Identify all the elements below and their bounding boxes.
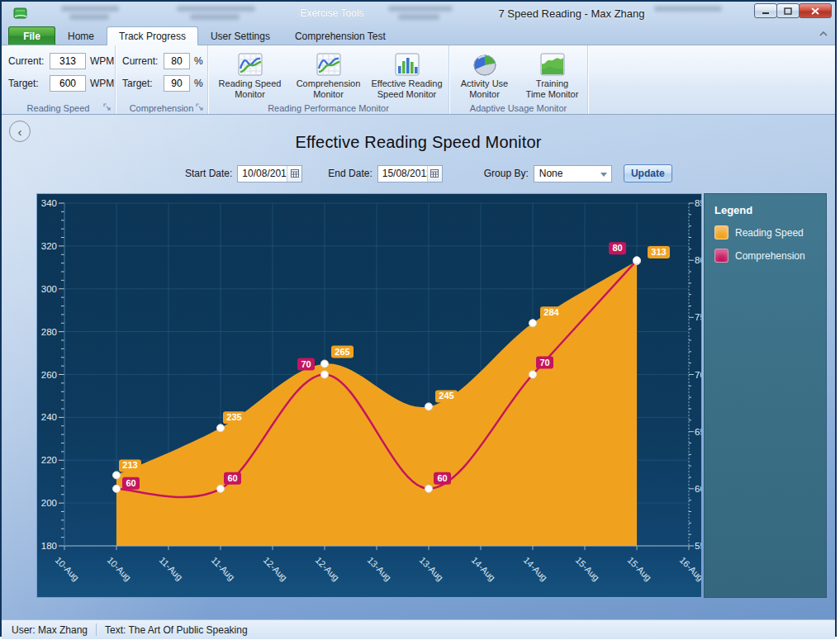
contextual-tab-group-label: Exercise Tools [282, 7, 382, 19]
comprehension-monitor-button[interactable]: Comprehension Monitor [289, 45, 368, 102]
training-time-monitor-button[interactable]: Training Time Monitor [519, 45, 586, 102]
collapse-ribbon-icon[interactable] [817, 28, 830, 40]
legend-title: Legend [714, 204, 826, 216]
status-bar: User: Max Zhang Text: The Art Of Public … [2, 619, 835, 639]
svg-text:320: 320 [41, 241, 57, 251]
update-button[interactable]: Update [624, 164, 672, 183]
svg-text:13-Aug: 13-Aug [366, 555, 394, 583]
pct-unit-label: % [194, 55, 203, 67]
dialog-launcher-icon[interactable] [103, 103, 112, 113]
ribbon-group-comprehension: Current: % Target: % Comprehension [116, 45, 208, 114]
svg-text:10-Aug: 10-Aug [54, 555, 82, 583]
svg-text:260: 260 [41, 370, 57, 380]
target-wpm-label: Target: [8, 78, 50, 89]
start-date-input[interactable] [238, 166, 287, 182]
chevron-down-icon [600, 173, 607, 177]
current-pct-input[interactable] [164, 53, 190, 69]
app-book-icon [12, 6, 29, 24]
current-wpm-input[interactable] [50, 53, 86, 69]
comprehension-swatch-icon [714, 249, 728, 263]
svg-text:284: 284 [543, 307, 559, 317]
title-bar: Exercise Tools 7 Speed Reading - Max Zha… [2, 2, 835, 25]
legend-item-reading-speed: Reading Speed [714, 225, 826, 239]
ghost-text [190, 14, 240, 20]
dialog-launcher-icon[interactable] [196, 103, 204, 113]
svg-text:180: 180 [41, 541, 57, 551]
svg-text:14-Aug: 14-Aug [470, 555, 498, 583]
status-user: User: Max Zhang [2, 624, 88, 636]
reading-speed-monitor-button[interactable]: Reading Speed Monitor [211, 45, 289, 102]
legend-item-comprehension: Comprehension [714, 249, 826, 263]
minimize-button[interactable] [754, 3, 777, 18]
effective-reading-speed-monitor-button[interactable]: Effective Reading Speed Monitor [368, 45, 446, 102]
maximize-button[interactable] [776, 3, 800, 18]
start-date-field [237, 165, 302, 183]
end-date-label: End Date: [328, 168, 372, 179]
svg-text:280: 280 [41, 327, 57, 337]
group-by-value: None [539, 168, 563, 179]
svg-text:313: 313 [651, 247, 666, 257]
svg-text:14-Aug: 14-Aug [522, 555, 550, 583]
end-date-input[interactable] [378, 166, 427, 182]
svg-text:60: 60 [227, 473, 237, 483]
svg-text:15-Aug: 15-Aug [626, 555, 654, 583]
app-window: Exercise Tools 7 Speed Reading - Max Zha… [0, 0, 837, 637]
group-title-reading-speed: Reading Speed [27, 103, 90, 113]
ghost-text [61, 6, 119, 12]
svg-text:60: 60 [126, 478, 135, 488]
reading-speed-swatch-icon [714, 225, 728, 239]
svg-text:15-Aug: 15-Aug [574, 555, 602, 583]
line-chart-icon [316, 50, 342, 78]
ghost-text [388, 6, 453, 12]
chart-plot-area[interactable]: 10-Aug10-Aug11-Aug11-Aug12-Aug12-Aug13-A… [36, 193, 702, 598]
group-title-comprehension: Comprehension [130, 103, 194, 113]
target-pct-input[interactable] [164, 75, 190, 92]
area-chart-icon [539, 50, 566, 78]
group-by-label: Group By: [484, 168, 529, 179]
svg-text:340: 340 [41, 198, 57, 208]
ribbon: Current: WPM Target: WPM Reading Speed [2, 45, 835, 115]
activity-use-monitor-button[interactable]: Activity Use Monitor [451, 45, 519, 102]
tab-file[interactable]: File [8, 26, 55, 45]
page-title: Effective Reading Speed Monitor [2, 115, 835, 152]
calendar-icon[interactable] [287, 166, 301, 182]
close-button[interactable] [799, 3, 832, 18]
svg-text:240: 240 [41, 412, 57, 422]
wpm-unit-label: WPM [90, 55, 114, 67]
calendar-icon[interactable] [427, 166, 442, 182]
svg-text:265: 265 [335, 347, 349, 357]
svg-text:70: 70 [301, 359, 311, 369]
svg-text:75: 75 [695, 312, 701, 322]
svg-text:70: 70 [695, 370, 701, 380]
ribbon-group-adaptive-usage: Activity Use Monitor Training Time Monit… [449, 45, 588, 114]
current-wpm-label: Current: [8, 55, 50, 67]
svg-text:300: 300 [41, 284, 57, 294]
tab-track-progress[interactable]: Track Progress [107, 26, 198, 45]
bar-chart-icon [394, 50, 420, 78]
tab-comprehension-test[interactable]: Comprehension Test [282, 26, 398, 45]
svg-text:65: 65 [695, 427, 701, 437]
tab-home[interactable]: Home [55, 26, 107, 45]
svg-text:60: 60 [695, 484, 701, 494]
target-wpm-input[interactable] [50, 75, 86, 92]
chart-region: 10-Aug10-Aug11-Aug11-Aug12-Aug12-Aug13-A… [36, 193, 827, 598]
svg-text:13-Aug: 13-Aug [418, 555, 446, 583]
pie-chart-icon [472, 50, 498, 78]
svg-text:11-Aug: 11-Aug [158, 555, 185, 582]
wpm-unit-label: WPM [90, 78, 114, 89]
content-area: ‹ Effective Reading Speed Monitor Start … [2, 115, 835, 619]
svg-text:235: 235 [226, 412, 241, 422]
group-by-dropdown[interactable]: None [534, 165, 612, 183]
svg-text:85: 85 [695, 198, 701, 208]
svg-text:220: 220 [41, 455, 57, 465]
line-chart-icon [237, 50, 263, 78]
svg-text:245: 245 [439, 391, 453, 401]
ghost-text [177, 6, 255, 12]
svg-text:55: 55 [695, 541, 701, 551]
end-date-field [377, 165, 443, 183]
tab-user-settings[interactable]: User Settings [198, 26, 282, 45]
group-title-reading-performance: Reading Performance Monitor [268, 103, 389, 113]
svg-text:10-Aug: 10-Aug [106, 555, 134, 583]
svg-text:213: 213 [122, 460, 137, 470]
window-title: 7 Speed Reading - Max Zhang [460, 7, 683, 20]
